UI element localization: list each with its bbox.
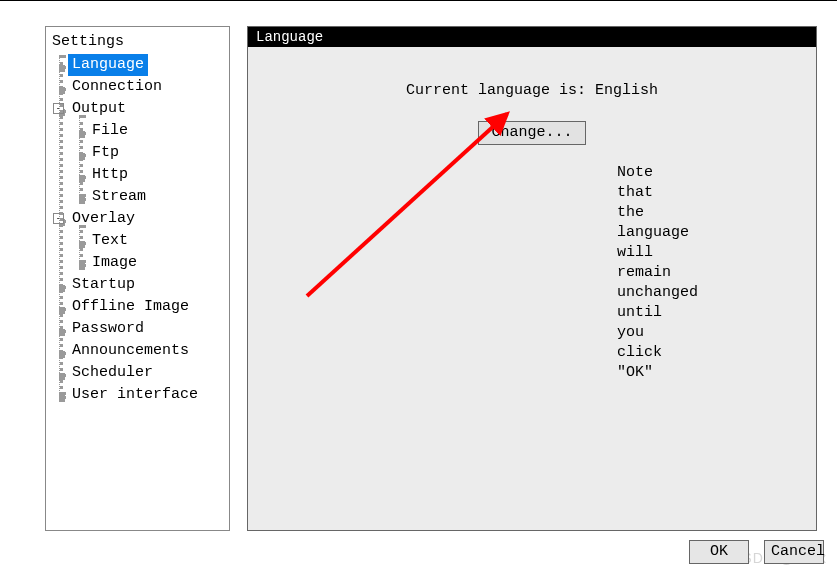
tree-item-label: Scheduler: [68, 362, 157, 384]
tree-item-scheduler[interactable]: Scheduler: [46, 362, 229, 384]
tree-item-label: Http: [88, 164, 132, 186]
language-panel: Language Current language is: English Ch…: [247, 26, 817, 531]
tree-item-label: Language: [68, 54, 148, 76]
tree-item-label: Output: [68, 98, 130, 120]
tree-item-output[interactable]: -Output: [46, 98, 229, 120]
tree-item-label: Text: [88, 230, 132, 252]
tree-item-ftp[interactable]: Ftp: [46, 142, 229, 164]
change-button[interactable]: Change...: [478, 121, 586, 145]
tree-item-stream[interactable]: Stream: [46, 186, 229, 208]
tree-item-label: Stream: [88, 186, 150, 208]
current-language-value: English: [595, 82, 658, 99]
tree-item-text[interactable]: Text: [46, 230, 229, 252]
tree-item-overlay[interactable]: -Overlay: [46, 208, 229, 230]
panel-title: Language: [248, 27, 816, 47]
cancel-button[interactable]: Cancel: [764, 540, 824, 564]
tree-item-user-interface[interactable]: User interface: [46, 384, 229, 406]
tree-item-label: Ftp: [88, 142, 123, 164]
language-note: Note that the language will remain uncha…: [442, 163, 622, 383]
tree-item-language[interactable]: Language: [46, 54, 229, 76]
tree-item-label: Offline Image: [68, 296, 193, 318]
current-language-label: Current language is: English: [268, 82, 796, 99]
tree-item-label: Connection: [68, 76, 166, 98]
tree-item-label: Announcements: [68, 340, 193, 362]
dialog-button-row: OK Cancel: [683, 540, 824, 564]
tree-item-http[interactable]: Http: [46, 164, 229, 186]
tree-item-label: Password: [68, 318, 148, 340]
settings-tree: LanguageConnection-OutputFileFtpHttpStre…: [46, 54, 229, 406]
tree-item-offline-image[interactable]: Offline Image: [46, 296, 229, 318]
tree-item-connection[interactable]: Connection: [46, 76, 229, 98]
tree-item-password[interactable]: Password: [46, 318, 229, 340]
tree-item-label: Image: [88, 252, 141, 274]
ok-button[interactable]: OK: [689, 540, 749, 564]
tree-item-file[interactable]: File: [46, 120, 229, 142]
current-language-prefix: Current language is:: [406, 82, 595, 99]
tree-item-announcements[interactable]: Announcements: [46, 340, 229, 362]
settings-tree-panel: Settings LanguageConnection-OutputFileFt…: [45, 26, 230, 531]
tree-item-label: Startup: [68, 274, 139, 296]
tree-item-startup[interactable]: Startup: [46, 274, 229, 296]
settings-dialog: Settings LanguageConnection-OutputFileFt…: [0, 0, 837, 572]
settings-tree-title: Settings: [46, 30, 229, 54]
tree-item-image[interactable]: Image: [46, 252, 229, 274]
tree-item-label: File: [88, 120, 132, 142]
tree-item-label: User interface: [68, 384, 202, 406]
